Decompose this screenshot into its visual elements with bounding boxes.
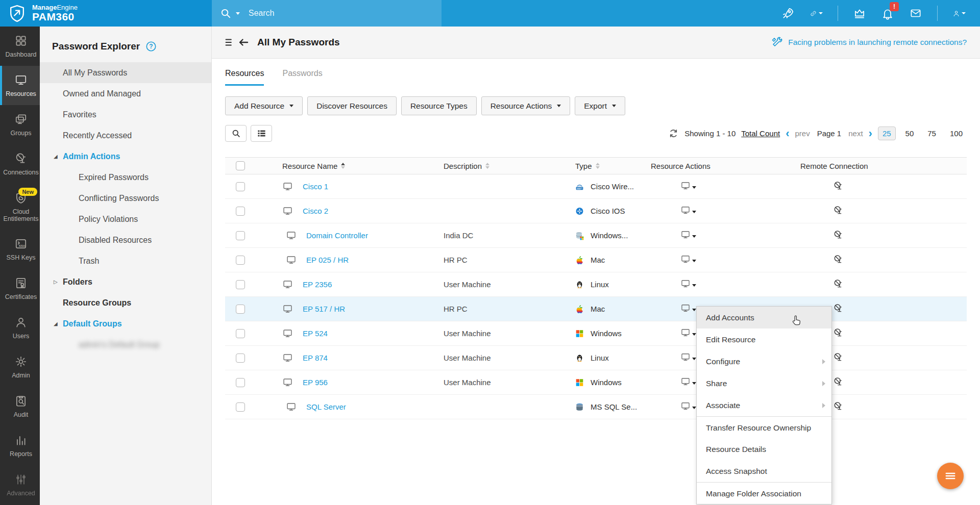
resource-types-button[interactable]: Resource Types: [401, 96, 477, 115]
remote-connection-icon[interactable]: [833, 401, 844, 412]
sidebar-item-dashboard[interactable]: Dashboard: [0, 27, 40, 66]
resource-name-link[interactable]: Cisco 1: [303, 182, 328, 191]
row-checkbox[interactable]: [236, 402, 245, 412]
explorer-item-folders[interactable]: ▷Folders: [40, 271, 211, 292]
table-search-button[interactable]: [225, 125, 247, 142]
explorer-item-favorites[interactable]: Favorites: [40, 104, 211, 125]
search-scope-caret-icon[interactable]: [236, 12, 240, 15]
sort-arrows-icon[interactable]: [596, 163, 600, 169]
explorer-item-trash[interactable]: Trash: [40, 250, 211, 271]
remote-connection-icon[interactable]: [833, 279, 844, 289]
row-checkbox[interactable]: [236, 256, 245, 265]
remote-connection-icon[interactable]: [833, 254, 844, 265]
remote-connection-icon[interactable]: [833, 303, 844, 314]
sort-arrows-icon[interactable]: [341, 163, 345, 169]
resource-name-link[interactable]: Domain Controller: [306, 231, 368, 240]
column-header-type[interactable]: Type: [575, 162, 651, 170]
explorer-item-conflicting-passwords[interactable]: Conflicting Passwords: [40, 188, 211, 209]
discover-resources-button[interactable]: Discover Resources: [307, 96, 397, 115]
explorer-item-resource-groups[interactable]: Resource Groups: [40, 292, 211, 313]
remote-connection-icon[interactable]: [833, 230, 844, 240]
resource-name-link[interactable]: EP 874: [303, 353, 328, 362]
brand-logo[interactable]: ManageEngine PAM360: [0, 0, 212, 27]
back-arrow-icon[interactable]: [237, 36, 250, 48]
bell-icon[interactable]: !: [881, 7, 894, 20]
row-checkbox[interactable]: [236, 231, 245, 240]
remote-connection-icon[interactable]: [833, 181, 844, 191]
menu-item-configure[interactable]: Configure: [697, 350, 831, 372]
resource-actions-button[interactable]: Resource Actions: [481, 96, 571, 115]
prev-page-button[interactable]: prev: [795, 129, 810, 138]
refresh-icon[interactable]: [668, 128, 679, 139]
row-checkbox[interactable]: [236, 329, 245, 338]
sidebar-item-audit[interactable]: Audit: [0, 387, 40, 426]
export-button[interactable]: Export: [575, 96, 625, 115]
collapse-toggle-icon[interactable]: ◢: [54, 154, 58, 159]
resource-actions-dropdown[interactable]: [680, 230, 696, 240]
menu-item-transfer-resource-ownership[interactable]: Transfer Resource Ownership: [697, 416, 831, 438]
floating-menu-button[interactable]: [937, 463, 964, 489]
menu-item-add-accounts[interactable]: Add Accounts: [697, 307, 831, 329]
resource-actions-dropdown[interactable]: [680, 376, 696, 387]
menu-item-resource-details[interactable]: Resource Details: [697, 438, 831, 460]
resource-actions-dropdown[interactable]: [680, 181, 696, 191]
resource-name-link[interactable]: EP 956: [303, 378, 328, 387]
select-all-checkbox[interactable]: [236, 161, 245, 170]
explorer-item-default-groups[interactable]: ◢Default Groups: [40, 313, 211, 334]
total-count-link[interactable]: Total Count: [741, 129, 780, 138]
sidebar-item-advanced[interactable]: Advanced: [0, 465, 40, 504]
remote-connection-icon[interactable]: [833, 376, 844, 387]
rocket-icon[interactable]: [781, 7, 795, 20]
mail-icon[interactable]: [909, 7, 922, 20]
remote-connection-help-link[interactable]: Facing problems in launching remote conn…: [771, 36, 967, 48]
collapse-toggle-icon[interactable]: ◢: [54, 321, 58, 326]
explorer-item-disabled-resources[interactable]: Disabled Resources: [40, 230, 211, 250]
resource-actions-dropdown[interactable]: [680, 352, 696, 362]
column-header-description[interactable]: Description: [444, 162, 575, 170]
resource-actions-dropdown[interactable]: [680, 279, 696, 289]
sort-arrows-icon[interactable]: [485, 163, 489, 169]
sidebar-item-users[interactable]: Users: [0, 308, 40, 347]
resource-actions-dropdown[interactable]: [680, 327, 696, 338]
user-menu-icon[interactable]: [952, 7, 966, 20]
row-checkbox[interactable]: [236, 378, 245, 387]
resource-name-link[interactable]: EP 025 / HR: [306, 256, 349, 264]
explorer-item-admin-actions[interactable]: ◢Admin Actions: [40, 146, 211, 167]
add-resource-button[interactable]: Add Resource: [225, 96, 303, 115]
explorer-item-recently-accessed[interactable]: Recently Accessed: [40, 125, 211, 146]
next-page-button[interactable]: next: [848, 129, 863, 138]
sidebar-item-connections[interactable]: Connections: [0, 144, 40, 184]
row-checkbox[interactable]: [236, 305, 245, 314]
attachment-icon[interactable]: [810, 7, 823, 20]
sidebar-item-resources[interactable]: Resources: [0, 66, 40, 105]
row-checkbox[interactable]: [236, 353, 245, 363]
prev-page-chevron-icon[interactable]: ‹: [786, 130, 789, 138]
menu-item-associate[interactable]: Associate: [697, 394, 831, 416]
row-checkbox[interactable]: [236, 280, 245, 289]
resource-actions-dropdown[interactable]: [680, 254, 696, 264]
explorer-item-admin-s-default-group[interactable]: admin's Default Group: [40, 334, 211, 355]
explorer-item-owned-and-managed[interactable]: Owned and Managed: [40, 83, 211, 104]
resource-actions-dropdown[interactable]: [680, 401, 696, 411]
tab-resources[interactable]: Resources: [225, 69, 264, 86]
sidebar-item-cloud-entitlements[interactable]: NewCloud Entitlements: [0, 184, 40, 230]
resource-name-link[interactable]: EP 524: [303, 329, 328, 338]
resource-name-link[interactable]: Cisco 2: [303, 207, 328, 215]
tab-passwords[interactable]: Passwords: [282, 69, 322, 84]
page-size-75[interactable]: 75: [923, 127, 940, 140]
menu-item-share[interactable]: Share: [697, 372, 831, 394]
remote-connection-icon[interactable]: [833, 205, 844, 216]
row-checkbox[interactable]: [236, 182, 245, 191]
page-size-25[interactable]: 25: [878, 127, 896, 140]
explorer-item-expired-passwords[interactable]: Expired Passwords: [40, 167, 211, 188]
row-checkbox[interactable]: [236, 207, 245, 216]
help-icon[interactable]: ?: [145, 41, 157, 52]
list-view-button[interactable]: [251, 125, 272, 142]
resource-name-link[interactable]: EP 517 / HR: [303, 305, 345, 313]
sidebar-item-groups[interactable]: Groups: [0, 105, 40, 144]
collapse-panel-icon[interactable]: [224, 37, 235, 48]
resource-name-link[interactable]: SQL Server: [306, 402, 346, 411]
menu-item-access-snapshot[interactable]: Access Snapshot: [697, 460, 831, 482]
menu-item-edit-resource[interactable]: Edit Resource: [697, 329, 831, 350]
global-search-input[interactable]: Search: [212, 0, 442, 27]
